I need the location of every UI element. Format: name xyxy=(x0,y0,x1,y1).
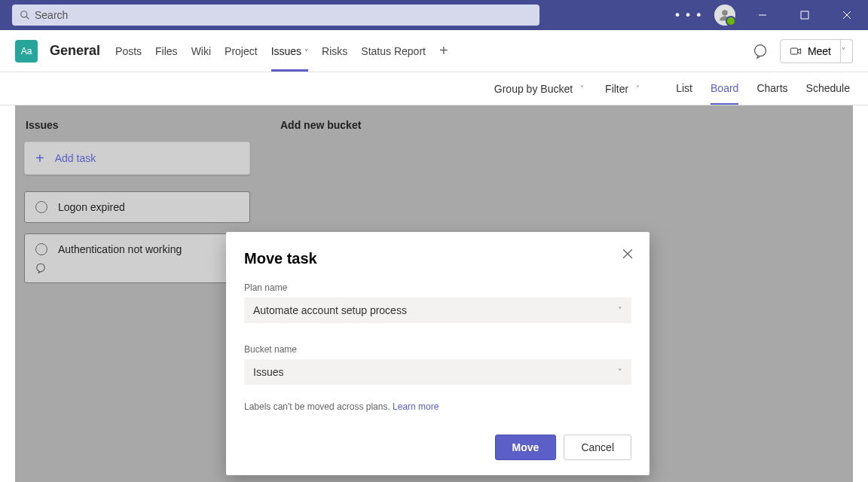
search-icon xyxy=(20,10,30,20)
view-list[interactable]: List xyxy=(676,82,692,95)
svg-point-9 xyxy=(37,264,45,272)
channel-header: Aa General Posts Files Wiki Project Issu… xyxy=(0,30,868,72)
window-maximize[interactable] xyxy=(790,0,820,30)
meet-button[interactable]: Meet xyxy=(780,39,841,63)
svg-line-1 xyxy=(26,17,29,20)
search-placeholder: Search xyxy=(35,9,68,21)
chevron-down-icon: ˅ xyxy=(304,48,308,56)
window-minimize[interactable] xyxy=(747,0,778,30)
comment-icon xyxy=(35,263,46,273)
add-bucket-button[interactable]: Add new bucket xyxy=(280,114,506,136)
filter-bar: Group by Bucket ˅ Filter ˅ List Board Ch… xyxy=(0,72,868,105)
chevron-down-icon: ˅ xyxy=(636,84,640,93)
bucket-name-value: Issues xyxy=(253,366,283,378)
bucket-name-label: Bucket name xyxy=(244,344,631,355)
plan-name-value: Automate account setup process xyxy=(253,304,407,316)
bucket-title: Issues xyxy=(24,114,250,142)
plus-icon: + xyxy=(35,150,44,167)
group-by-dropdown[interactable]: Group by Bucket ˅ xyxy=(494,83,584,95)
view-charts[interactable]: Charts xyxy=(756,82,787,95)
tab-risks[interactable]: Risks xyxy=(322,32,347,71)
task-card[interactable]: Authentication not working xyxy=(24,233,250,283)
bucket-column: Issues + Add task Logon expired Authenti… xyxy=(24,114,250,482)
add-tab-button[interactable]: + xyxy=(439,42,448,59)
add-task-label: Add task xyxy=(55,152,96,164)
chevron-down-icon: ˅ xyxy=(580,84,584,93)
person-icon xyxy=(718,8,732,22)
close-icon xyxy=(622,249,633,259)
svg-rect-8 xyxy=(790,48,797,54)
window-close[interactable] xyxy=(832,0,862,30)
svg-rect-4 xyxy=(801,11,808,19)
chevron-down-icon: ˅ xyxy=(618,368,622,377)
plan-name-label: Plan name xyxy=(244,282,631,293)
svg-point-2 xyxy=(722,10,728,16)
channel-icon: Aa xyxy=(15,40,38,63)
add-task-button[interactable]: + Add task xyxy=(24,142,250,175)
learn-more-link[interactable]: Learn more xyxy=(393,401,439,412)
note-text: Labels can't be moved across plans. xyxy=(244,401,393,412)
task-title: Logon expired xyxy=(58,201,125,213)
view-board[interactable]: Board xyxy=(711,82,738,105)
task-title: Authentication not working xyxy=(58,243,182,255)
meet-label: Meet xyxy=(808,45,831,57)
tab-wiki[interactable]: Wiki xyxy=(191,32,211,71)
close-button[interactable] xyxy=(622,249,633,262)
bucket-name-select[interactable]: Issues ˅ xyxy=(244,359,631,385)
avatar[interactable] xyxy=(714,5,735,26)
plan-name-select[interactable]: Automate account setup process ˅ xyxy=(244,297,631,323)
channel-tabs: Posts Files Wiki Project Issues˅ Risks S… xyxy=(115,32,448,71)
tab-issues-label: Issues xyxy=(271,45,301,57)
move-task-dialog: Move task Plan name Automate account set… xyxy=(226,232,649,475)
meet-dropdown[interactable]: ˅ xyxy=(835,39,853,63)
cancel-button[interactable]: Cancel xyxy=(564,435,631,460)
channel-name: General xyxy=(50,43,100,59)
dialog-note: Labels can't be moved across plans. Lear… xyxy=(244,401,631,412)
tab-project[interactable]: Project xyxy=(225,32,258,71)
dialog-title: Move task xyxy=(244,250,631,267)
search-input[interactable]: Search xyxy=(12,5,539,26)
task-card[interactable]: Logon expired xyxy=(24,191,250,223)
tab-files[interactable]: Files xyxy=(155,32,178,71)
more-icon[interactable]: • • • xyxy=(675,8,702,22)
filter-dropdown[interactable]: Filter ˅ xyxy=(605,83,640,95)
chat-icon[interactable] xyxy=(753,44,768,59)
tab-issues[interactable]: Issues˅ xyxy=(271,32,308,71)
tab-status-report[interactable]: Status Report xyxy=(361,32,426,71)
video-icon xyxy=(790,45,802,57)
complete-circle-icon[interactable] xyxy=(35,243,47,255)
move-button[interactable]: Move xyxy=(495,435,557,460)
group-by-label: Group by Bucket xyxy=(494,83,573,95)
titlebar: Search • • • xyxy=(0,0,868,30)
svg-point-0 xyxy=(21,11,27,17)
svg-point-7 xyxy=(754,44,766,56)
complete-circle-icon[interactable] xyxy=(35,201,47,213)
filter-label: Filter xyxy=(605,83,628,95)
view-schedule[interactable]: Schedule xyxy=(806,82,850,95)
tab-posts[interactable]: Posts xyxy=(115,32,142,71)
chevron-down-icon: ˅ xyxy=(618,306,622,316)
